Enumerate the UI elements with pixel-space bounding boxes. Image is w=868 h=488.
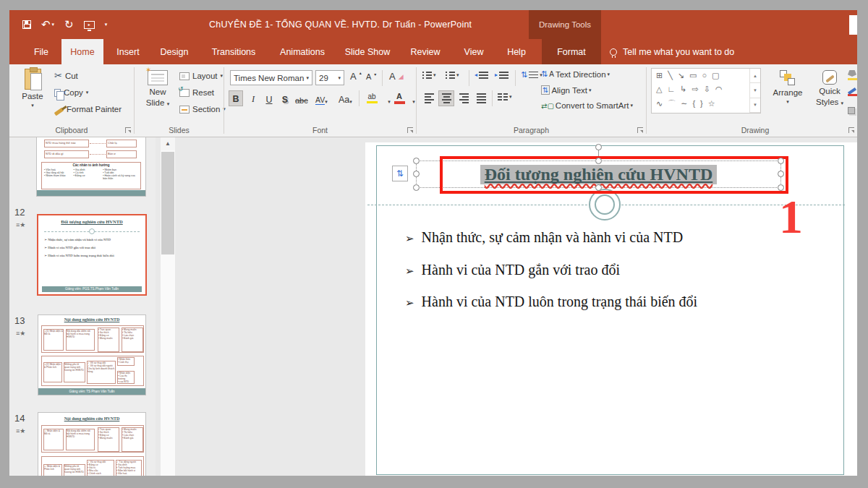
- clear-formatting-button[interactable]: A◢: [389, 71, 404, 82]
- font-name-combo[interactable]: Times New Roman▾: [230, 70, 312, 85]
- scrollbar-thumb[interactable]: [161, 152, 174, 254]
- thumb14-r2a: ➢ Nhận diện & Phân tích: [43, 464, 62, 476]
- shapes-gallery[interactable]: ⊞╲↘▭○▢ △∟↳⇨⇩◠ ∿⌒∼{}☆ ▲ ▼ ▼: [651, 68, 761, 114]
- slide-14-animation-star-icon[interactable]: ≡★: [16, 427, 25, 435]
- character-spacing-button[interactable]: AV▾: [314, 90, 329, 106]
- start-slideshow-button[interactable]: ▸: [84, 21, 95, 29]
- tab-animations[interactable]: Animations: [271, 39, 333, 64]
- smartart-icon: ⇄▢: [541, 102, 554, 110]
- copy-button[interactable]: Copy▾: [54, 88, 88, 97]
- slide-canvas[interactable]: Đối tượng nghiên cứu HVNTD ⇅ 1 ➢ Nhận th…: [365, 142, 857, 476]
- clipboard-dialog-launcher[interactable]: [125, 127, 131, 133]
- bold-button[interactable]: B: [229, 90, 243, 106]
- gallery-more-icon[interactable]: ▼: [750, 98, 760, 113]
- slide-thumbnail-12[interactable]: Đối tượng nghiên cứu HVNTD ➢ Nhận thức, …: [37, 214, 147, 296]
- slide-thumbnail-13[interactable]: Nội dung nghiên cứu HVNTD ➢(1) Nhận diện…: [38, 314, 146, 395]
- format-painter-button[interactable]: Format Painter: [54, 105, 122, 114]
- tab-view[interactable]: View: [455, 39, 493, 64]
- resize-handle-bottom-left[interactable]: [413, 184, 420, 191]
- bullet-1-text: Nhận thức, sự cảm nhận và hành vi của NT…: [422, 229, 684, 246]
- tab-insert[interactable]: Insert: [108, 39, 148, 64]
- thumbnail-scrollbar[interactable]: ▲: [161, 137, 175, 476]
- quick-styles-button[interactable]: Quick Styles ▾: [810, 70, 849, 106]
- shrink-font-button[interactable]: A▾: [366, 72, 376, 81]
- gallery-down-icon[interactable]: ▼: [750, 83, 760, 98]
- italic-button[interactable]: I: [246, 90, 260, 106]
- shapes-gallery-scroll[interactable]: ▲ ▼ ▼: [749, 69, 760, 113]
- scroll-up-icon[interactable]: ▲: [161, 137, 175, 150]
- font-dialog-launcher[interactable]: [407, 127, 413, 133]
- tab-home[interactable]: Home: [61, 39, 103, 64]
- slide-thumbnail-11[interactable]: NTD mua hàng thế nào Chất lạ NTD đi đâu …: [36, 137, 146, 197]
- slide-12-animation-star-icon[interactable]: ≡★: [16, 221, 25, 228]
- align-right-button[interactable]: [456, 90, 472, 106]
- autofit-options-button[interactable]: ⇅: [392, 166, 408, 181]
- resize-handle-top-right[interactable]: [778, 158, 784, 164]
- columns-button[interactable]: ▾: [498, 93, 512, 100]
- tab-help[interactable]: Help: [498, 39, 535, 64]
- text-shadow-button[interactable]: S: [278, 90, 292, 106]
- bullets-button[interactable]: ▾: [422, 72, 436, 79]
- thumb11-col3: • Nhóm bạn • Tuổi đời • Hoàn cảnh và kỳ …: [103, 168, 138, 180]
- undo-caret-icon[interactable]: ▾: [52, 22, 55, 27]
- grow-font-button[interactable]: A▴: [350, 71, 362, 82]
- shapes-row-3: ∿⌒∼{}☆: [656, 98, 741, 109]
- section-button[interactable]: Section▾: [179, 105, 226, 114]
- tab-review[interactable]: Review: [401, 39, 449, 64]
- resize-handle-mid-left[interactable]: [413, 171, 420, 177]
- change-case-button[interactable]: Aa▾: [337, 90, 354, 106]
- tab-file[interactable]: File: [25, 39, 57, 64]
- align-center-button[interactable]: [438, 90, 454, 106]
- tab-transitions[interactable]: Transitions: [200, 39, 267, 64]
- new-slide-button[interactable]: New Slide ▾: [140, 70, 175, 107]
- paste-button[interactable]: Paste ▾: [17, 69, 48, 108]
- resize-handle-bottom-center[interactable]: [595, 184, 602, 191]
- text-direction-button[interactable]: ⇅AText Direction▾: [541, 69, 610, 79]
- arrange-label: Arrange: [773, 88, 803, 97]
- save-button[interactable]: [22, 20, 31, 29]
- tab-format[interactable]: Format: [542, 39, 601, 64]
- slide-thumbnail-14[interactable]: Nội dung nghiên cứu HVNTD ➢ Nhận diện & …: [38, 412, 146, 476]
- increase-indent-button[interactable]: ▸: [495, 72, 509, 79]
- cut-button[interactable]: ✂Cut: [54, 72, 78, 80]
- shape-outline-button[interactable]: S: [848, 88, 857, 97]
- resize-handle-top-left[interactable]: [413, 158, 420, 164]
- layout-button[interactable]: Layout▾: [179, 72, 223, 80]
- text-direction-label: Text Direction: [556, 70, 606, 79]
- convert-smartart-button[interactable]: ⇄▢Convert to SmartArt▾: [541, 101, 633, 110]
- resize-handle-top-center[interactable]: [595, 158, 602, 164]
- customize-qat-button[interactable]: ▾: [105, 22, 108, 27]
- line-spacing-button[interactable]: ⇅▾: [521, 70, 542, 80]
- paragraph-dialog-launcher[interactable]: [637, 127, 643, 133]
- shape-fill-button[interactable]: S: [848, 70, 857, 80]
- group-paragraph: ▾ ▾ ◂ ▸ ⇅▾ ▾ ⇅AText Direction▾ ⇅Align Te…: [417, 64, 646, 137]
- shape-effects-button[interactable]: S: [848, 106, 857, 115]
- font-size-combo[interactable]: 29▾: [315, 70, 344, 85]
- tab-design[interactable]: Design: [153, 39, 196, 64]
- gallery-up-icon[interactable]: ▲: [750, 69, 760, 83]
- slide-13-animation-star-icon[interactable]: ≡★: [16, 330, 25, 337]
- text-highlight-button[interactable]: ab: [365, 90, 379, 106]
- align-text-button[interactable]: ⇅Align Text▾: [541, 85, 592, 95]
- reset-button[interactable]: Reset: [179, 88, 214, 97]
- slide-bullet-2[interactable]: ➢ Hành vi của NTD gắn với trao đổi: [405, 262, 620, 278]
- layout-label: Layout: [192, 72, 218, 80]
- tab-slide-show[interactable]: Slide Show: [338, 39, 397, 64]
- undo-button[interactable]: ↶▾: [41, 18, 54, 31]
- tell-me-box[interactable]: Tell me what you want to do: [610, 39, 734, 64]
- font-color-button[interactable]: A: [392, 90, 407, 106]
- window-control-partial[interactable]: [849, 15, 857, 35]
- strikethrough-button[interactable]: abc: [294, 90, 310, 106]
- underline-button[interactable]: U: [262, 90, 276, 106]
- drawing-dialog-launcher[interactable]: [848, 127, 854, 133]
- rotation-handle[interactable]: [595, 144, 602, 150]
- justify-button[interactable]: [473, 90, 489, 106]
- slide-bullet-1[interactable]: ➢ Nhận thức, sự cảm nhận và hành vi của …: [405, 229, 683, 246]
- resize-handle-mid-right[interactable]: [778, 171, 784, 177]
- slide-bullet-3[interactable]: ➢ Hành vi của NTD luôn trong trạng thái …: [405, 294, 697, 310]
- arrange-button[interactable]: Arrange ▾: [768, 70, 807, 105]
- decrease-indent-button[interactable]: ◂: [475, 72, 488, 79]
- align-left-button[interactable]: [421, 90, 437, 106]
- numbering-button[interactable]: ▾: [446, 72, 459, 79]
- redo-button[interactable]: ↻: [64, 18, 74, 31]
